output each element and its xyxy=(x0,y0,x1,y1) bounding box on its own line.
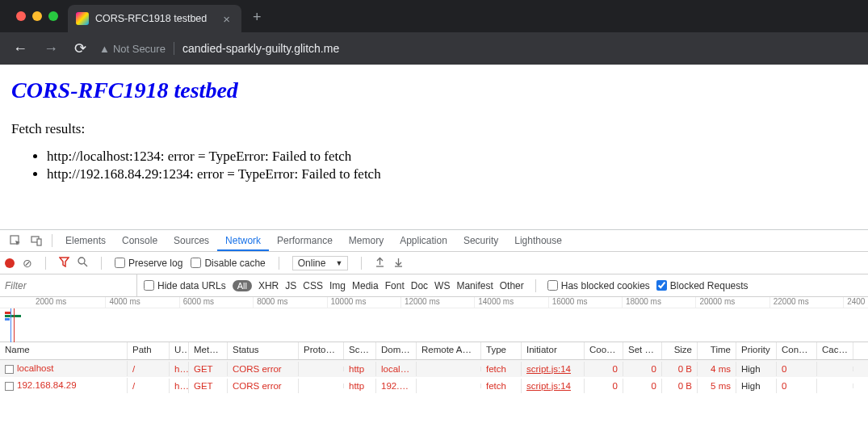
close-tab-icon[interactable]: × xyxy=(220,12,233,26)
col-setcookies[interactable]: Set C… xyxy=(623,342,662,359)
warning-icon: ▲ xyxy=(99,43,110,55)
col-size[interactable]: Size xyxy=(662,342,698,359)
col-scheme[interactable]: Sc… xyxy=(344,342,376,359)
reload-button[interactable]: ⟳ xyxy=(71,36,90,61)
timeline-tick: 14000 ms xyxy=(474,297,547,308)
svg-point-3 xyxy=(78,258,85,264)
close-window-button[interactable] xyxy=(16,11,26,21)
timeline-tick: 6000 ms xyxy=(179,297,253,308)
throttle-label: Online xyxy=(298,258,326,269)
filter-icon[interactable] xyxy=(59,256,69,270)
network-filter-bar: Hide data URLs All XHR JS CSS Img Media … xyxy=(0,274,868,297)
page-content: CORS-RFC1918 testbed Fetch results: http… xyxy=(0,65,868,197)
forward-button[interactable]: → xyxy=(40,37,61,61)
filter-doc[interactable]: Doc xyxy=(411,280,428,291)
inspect-element-icon[interactable] xyxy=(5,235,26,247)
blocked-requests-checkbox[interactable]: Blocked Requests xyxy=(656,280,748,291)
preserve-log-label: Preserve log xyxy=(128,258,182,269)
col-connection[interactable]: Conn… xyxy=(777,342,817,359)
filter-img[interactable]: Img xyxy=(329,280,346,291)
new-tab-button[interactable]: + xyxy=(241,2,273,32)
col-name[interactable]: Name xyxy=(0,342,128,359)
col-initiator[interactable]: Initiator xyxy=(522,342,585,359)
clear-button[interactable]: ⊘ xyxy=(23,257,32,270)
table-header[interactable]: Name Path U… Meth… Status Proto… Sc… Dom… xyxy=(0,342,868,360)
filter-css[interactable]: CSS xyxy=(303,280,323,291)
device-mode-icon[interactable] xyxy=(26,235,47,247)
tab-title: CORS-RFC1918 testbed xyxy=(95,13,207,24)
filter-other[interactable]: Other xyxy=(500,280,524,291)
list-item: http://localhost:1234: error = TypeError… xyxy=(47,149,857,165)
col-priority[interactable]: Priority xyxy=(736,342,777,359)
timeline-tick: 12000 ms xyxy=(400,297,474,308)
results-label: Fetch results: xyxy=(11,121,857,137)
timeline-marker xyxy=(14,308,15,342)
filter-ws[interactable]: WS xyxy=(434,280,450,291)
timeline-bars xyxy=(5,312,21,321)
minimize-window-button[interactable] xyxy=(32,11,42,21)
col-path[interactable]: Path xyxy=(128,342,170,359)
col-url[interactable]: U… xyxy=(170,342,189,359)
filter-media[interactable]: Media xyxy=(352,280,379,291)
blocked-requests-label: Blocked Requests xyxy=(670,280,748,291)
download-har-icon[interactable] xyxy=(393,257,404,270)
timeline-marker xyxy=(10,308,11,342)
address-bar[interactable]: ▲ Not Secure candied-sparkly-guilty.glit… xyxy=(99,42,339,55)
preserve-log-checkbox[interactable]: Preserve log xyxy=(115,258,182,269)
svg-rect-2 xyxy=(37,239,41,245)
col-cookies[interactable]: Cook… xyxy=(585,342,623,359)
devtools-panel: Elements Console Sources Network Perform… xyxy=(0,229,868,440)
timeline-tick: 4000 ms xyxy=(105,297,178,308)
hide-data-urls-checkbox[interactable]: Hide data URLs xyxy=(144,280,226,291)
filter-manifest[interactable]: Manifest xyxy=(456,280,493,291)
browser-toolbar: ← → ⟳ ▲ Not Secure candied-sparkly-guilt… xyxy=(0,32,868,65)
tab-sources[interactable]: Sources xyxy=(166,230,217,251)
filter-xhr[interactable]: XHR xyxy=(258,280,279,291)
col-cache[interactable]: Cac… xyxy=(817,342,853,359)
table-row[interactable]: localhost/h…GETCORS errorhttplocal…fetch… xyxy=(0,360,868,377)
throttle-select[interactable]: Online▼ xyxy=(292,256,349,270)
tab-lighthouse[interactable]: Lighthouse xyxy=(506,230,570,251)
back-button[interactable]: ← xyxy=(10,37,31,61)
table-row[interactable]: 192.168.84.29/h…GETCORS errorhttp192.…fe… xyxy=(0,377,868,394)
results-list: http://localhost:1234: error = TypeError… xyxy=(11,149,857,182)
search-icon[interactable] xyxy=(78,257,88,270)
svg-line-4 xyxy=(84,263,87,266)
hide-data-urls-label: Hide data URLs xyxy=(157,280,226,291)
timeline-tick: 8000 ms xyxy=(253,297,326,308)
timeline-overview[interactable]: 2000 ms 4000 ms 6000 ms 8000 ms 10000 ms… xyxy=(0,297,868,342)
record-button[interactable] xyxy=(5,258,15,268)
has-blocked-cookies-checkbox[interactable]: Has blocked cookies xyxy=(547,280,650,291)
tab-elements[interactable]: Elements xyxy=(57,230,114,251)
browser-tab[interactable]: CORS-RFC1918 testbed × xyxy=(68,5,241,32)
timeline-tick: 2400 xyxy=(843,297,868,308)
col-remote[interactable]: Remote Ad… xyxy=(417,342,481,359)
favicon-icon xyxy=(76,12,89,25)
timeline-tick: 16000 ms xyxy=(548,297,622,308)
filter-js[interactable]: JS xyxy=(285,280,296,291)
upload-har-icon[interactable] xyxy=(375,257,385,270)
tab-memory[interactable]: Memory xyxy=(341,230,392,251)
col-protocol[interactable]: Proto… xyxy=(299,342,344,359)
tab-console[interactable]: Console xyxy=(114,230,166,251)
filter-font[interactable]: Font xyxy=(385,280,405,291)
timeline-tick: 22000 ms xyxy=(769,297,843,308)
network-table: Name Path U… Meth… Status Proto… Sc… Dom… xyxy=(0,342,868,440)
page-title: CORS-RFC1918 testbed xyxy=(11,78,857,103)
maximize-window-button[interactable] xyxy=(48,11,58,21)
filter-input[interactable] xyxy=(0,274,137,296)
chevron-down-icon: ▼ xyxy=(335,259,342,267)
col-time[interactable]: Time xyxy=(698,342,736,359)
tab-application[interactable]: Application xyxy=(392,230,455,251)
tab-performance[interactable]: Performance xyxy=(269,230,341,251)
tab-network[interactable]: Network xyxy=(217,230,269,251)
col-method[interactable]: Meth… xyxy=(189,342,228,359)
col-domain[interactable]: Dom… xyxy=(376,342,417,359)
devtools-tab-bar: Elements Console Sources Network Perform… xyxy=(0,230,868,252)
col-status[interactable]: Status xyxy=(228,342,299,359)
disable-cache-checkbox[interactable]: Disable cache xyxy=(191,258,265,269)
security-warning[interactable]: ▲ Not Secure xyxy=(99,43,166,55)
filter-all[interactable]: All xyxy=(233,280,252,291)
tab-security[interactable]: Security xyxy=(455,230,506,251)
col-type[interactable]: Type xyxy=(481,342,522,359)
